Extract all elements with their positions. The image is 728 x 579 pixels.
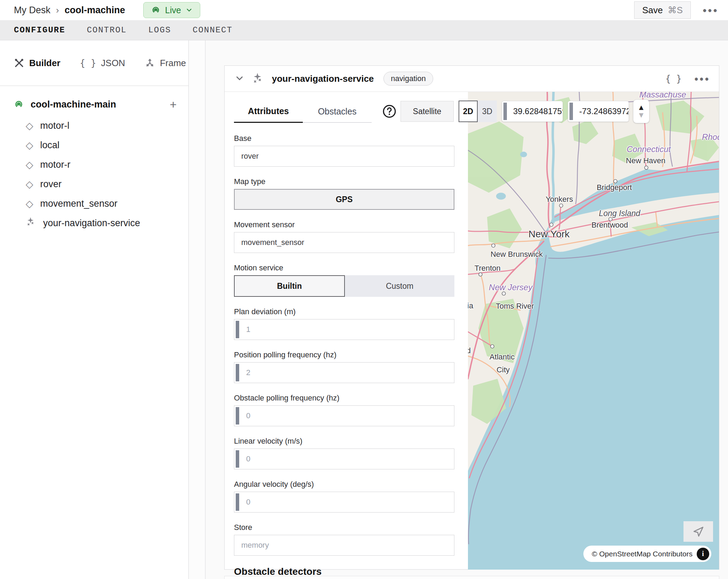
map-3d-button[interactable]: 3D — [478, 101, 497, 122]
panel-tab[interactable]: Obstacles — [303, 101, 372, 123]
latitude-input[interactable] — [502, 101, 563, 122]
custom-option[interactable]: Custom — [345, 275, 454, 297]
breadcrumb-machine-name: cool-machine — [65, 5, 125, 16]
motion-service-field: Motion service Builtin Custom — [234, 263, 455, 297]
movement-sensor-label: Movement sensor — [234, 220, 455, 229]
position-polling-field: Position polling frequency (hz) — [234, 350, 455, 383]
angular-velocity-field: Angular velocity (deg/s) — [234, 480, 455, 513]
position-polling-input[interactable] — [234, 362, 454, 383]
satellite-toggle-button[interactable]: Satellite — [401, 101, 454, 122]
component-diamond-icon: ◇ — [26, 179, 33, 190]
service-type-badge: navigation — [383, 72, 433, 86]
card-header: your-navigation-service navigation { } ●… — [225, 66, 719, 92]
map-place-label: Connecticut — [626, 144, 671, 154]
collapse-chevron-icon[interactable] — [234, 73, 245, 85]
service-sparkle-icon — [26, 217, 36, 230]
topbar: My Desk › cool-machine Live Save ⌘S ●●● — [0, 0, 728, 20]
tree-item[interactable]: ◇ rover — [0, 174, 188, 194]
obstacle-polling-label: Obstacle polling frequency (hz) — [234, 394, 455, 403]
main-tab[interactable]: LOGS — [148, 25, 171, 35]
map-place-label: New Haven — [626, 156, 665, 165]
map-place-label: Yonkers — [545, 195, 573, 204]
tree-item-label: local — [40, 140, 60, 151]
breadcrumb-separator-icon: › — [56, 5, 59, 16]
store-input[interactable] — [234, 535, 454, 556]
map-place-label: Bridgeport — [597, 183, 632, 192]
view-tab[interactable]: { } Builder — [14, 58, 60, 69]
tree-item[interactable]: ◇ movement_sensor — [0, 194, 188, 213]
linear-velocity-field: Linear velocity (m/s) — [234, 437, 455, 469]
obstacle-polling-field: Obstacle polling frequency (hz) — [234, 394, 455, 426]
main-tab[interactable]: CONNECT — [193, 25, 233, 35]
sidebar-resizer-handle[interactable] — [189, 40, 205, 579]
view-tab-label: Frame — [160, 58, 186, 69]
card-more-options-icon[interactable]: ●●● — [694, 75, 710, 83]
help-icon[interactable] — [382, 104, 397, 119]
base-input[interactable] — [234, 146, 454, 167]
root-part-name: cool-machine-main — [31, 99, 116, 110]
movement-sensor-input[interactable] — [234, 232, 454, 253]
longitude-input[interactable] — [568, 101, 629, 122]
tree-item[interactable]: ◇ your-navigation-service — [0, 213, 188, 233]
main-tab[interactable]: CONFIGURE — [14, 25, 65, 35]
map-controls-row: Satellite 2D 3D ▲ ▼ — [382, 101, 649, 122]
store-label: Store — [234, 523, 455, 532]
live-label: Live — [165, 5, 181, 15]
angular-velocity-label: Angular velocity (deg/s) — [234, 480, 455, 489]
info-icon[interactable]: i — [697, 548, 709, 560]
attributes-form: AttributesObstacles Base Map type GPS Mo… — [225, 92, 468, 570]
linear-velocity-input[interactable] — [234, 449, 454, 469]
tree-root-main-part[interactable]: cool-machine-main + — [0, 96, 188, 113]
tree-items: ◇ motor-l ◇ — [0, 116, 188, 233]
machine-part-tree: cool-machine-main + ◇ motor-l — [0, 86, 188, 233]
config-sidebar: { } Builder { } — [0, 40, 189, 579]
breadcrumb-root[interactable]: My Desk — [14, 5, 50, 16]
motion-service-label: Motion service — [234, 263, 455, 272]
component-diamond-icon: ◇ — [26, 140, 33, 151]
attribution-text[interactable]: © OpenStreetMap Contributors — [592, 550, 693, 558]
view-tab[interactable]: { } Frame — [145, 58, 186, 69]
live-status-dropdown[interactable]: Live — [143, 2, 200, 18]
map-type-field: Map type GPS — [234, 177, 455, 210]
service-sparkle-icon — [252, 72, 264, 85]
main-tab[interactable]: CONTROL — [87, 25, 127, 35]
map-place-label: Massachuse — [639, 92, 686, 100]
map-labels-layer: MassachuseRhode IslandConnecticutNew Hav… — [468, 92, 719, 570]
map-place-label: Vineland — [468, 346, 471, 355]
service-title: your-navigation-service — [272, 73, 374, 84]
obstacle-polling-input[interactable] — [234, 405, 454, 426]
map-type-gps-button[interactable]: GPS — [234, 189, 454, 210]
motion-service-segmented: Builtin Custom — [234, 275, 454, 297]
tree-item[interactable]: ◇ motor-l — [0, 116, 188, 135]
zoom-in-arrow-icon[interactable]: ▲ — [638, 104, 645, 111]
angular-velocity-input[interactable] — [234, 492, 454, 513]
tree-item-label: motor-l — [40, 120, 70, 131]
plan-deviation-field: Plan deviation (m) — [234, 307, 455, 340]
map-place-label: Toms River — [496, 302, 534, 311]
more-options-icon[interactable]: ●●● — [703, 6, 718, 14]
map-place-label: New York — [528, 229, 569, 240]
tree-item[interactable]: ◇ local — [0, 135, 188, 155]
component-diamond-icon: ◇ — [26, 120, 33, 132]
map-place-label: Long Island — [599, 208, 640, 218]
store-field: Store — [234, 523, 455, 556]
chevron-down-icon — [185, 6, 193, 14]
tree-item[interactable]: ◇ motor-r — [0, 155, 188, 174]
frame-axes-icon — [145, 58, 155, 68]
panel-tab[interactable]: Attributes — [234, 101, 303, 123]
add-component-button[interactable]: + — [170, 98, 177, 110]
zoom-out-arrow-icon[interactable]: ▼ — [638, 111, 645, 119]
zoom-stepper[interactable]: ▲ ▼ — [633, 100, 649, 123]
map-type-label: Map type — [234, 177, 455, 186]
json-braces-icon[interactable]: { } — [665, 73, 682, 84]
recenter-button[interactable] — [683, 521, 713, 542]
plan-deviation-input[interactable] — [234, 319, 454, 340]
latitude-field — [502, 101, 563, 122]
builtin-option[interactable]: Builtin — [234, 275, 345, 297]
view-tab[interactable]: { } JSON — [80, 58, 125, 69]
map-2d-button[interactable]: 2D — [459, 101, 478, 122]
navigation-map[interactable]: MassachuseRhode IslandConnecticutNew Hav… — [468, 92, 719, 570]
linear-velocity-label: Linear velocity (m/s) — [234, 437, 455, 446]
map-place-label: City — [496, 365, 510, 374]
save-button[interactable]: Save ⌘S — [634, 1, 691, 19]
